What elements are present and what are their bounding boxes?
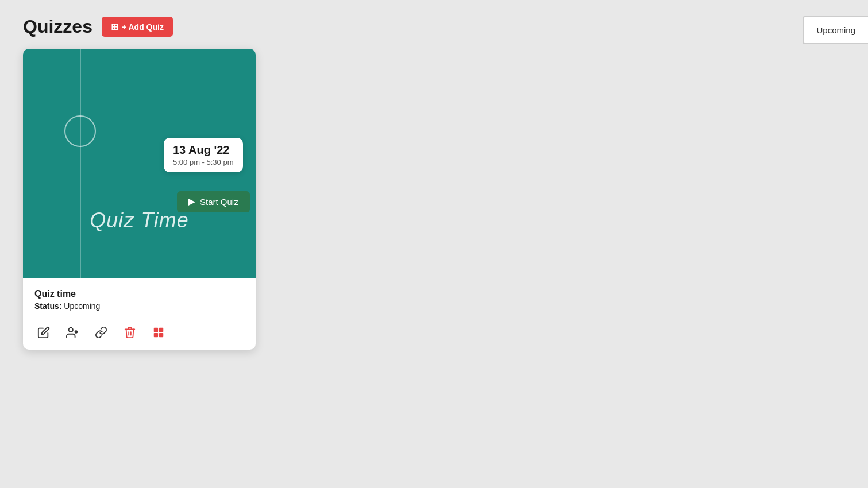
svg-rect-3 (159, 328, 163, 332)
svg-rect-4 (154, 333, 158, 337)
date-tooltip: 13 Aug '22 5:00 pm - 5:30 pm (164, 138, 243, 172)
svg-point-0 (69, 328, 73, 332)
card-info: Quiz time Status: Upcoming (23, 278, 256, 350)
play-icon (188, 199, 195, 206)
quiz-name: Quiz time (34, 289, 244, 299)
start-quiz-label: Start Quiz (200, 197, 238, 207)
results-button[interactable] (149, 323, 168, 342)
add-quiz-button[interactable]: ⊞ + Add Quiz (102, 17, 173, 37)
card-actions (34, 320, 244, 342)
user-settings-button[interactable] (63, 323, 82, 342)
status-label: Status: (34, 301, 61, 311)
delete-button[interactable] (121, 323, 139, 342)
banner-title: Quiz Time (23, 208, 256, 233)
quiz-date: 13 Aug '22 (173, 144, 234, 157)
quiz-card: 13 Aug '22 5:00 pm - 5:30 pm Start Quiz … (23, 49, 256, 350)
quiz-status-row: Status: Upcoming (34, 301, 244, 311)
page-title: Quizzes (23, 16, 92, 37)
plus-icon: ⊞ (111, 21, 118, 32)
add-quiz-label: + Add Quiz (122, 22, 164, 32)
upcoming-button[interactable]: Upcoming (803, 16, 868, 44)
main-content: 13 Aug '22 5:00 pm - 5:30 pm Start Quiz … (0, 49, 868, 350)
banner-circle-decoration (64, 115, 96, 147)
quiz-time: 5:00 pm - 5:30 pm (173, 158, 234, 166)
edit-button[interactable] (34, 323, 53, 342)
link-button[interactable] (92, 323, 110, 342)
card-banner: 13 Aug '22 5:00 pm - 5:30 pm Start Quiz … (23, 49, 256, 278)
page-header: Quizzes ⊞ + Add Quiz (0, 0, 868, 49)
svg-rect-5 (159, 333, 163, 337)
status-value: Upcoming (64, 301, 100, 311)
svg-rect-2 (154, 328, 158, 332)
